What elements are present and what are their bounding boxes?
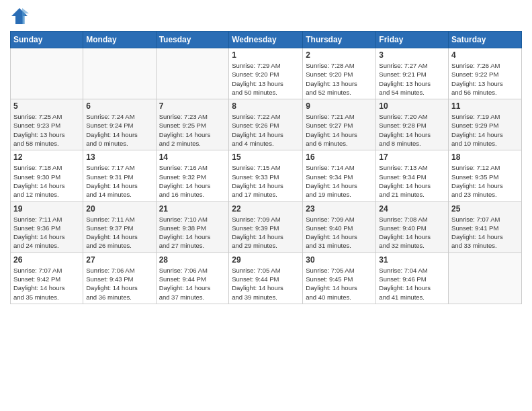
- day-info: Sunrise: 7:06 AMSunset: 9:44 PMDaylight:…: [159, 266, 226, 302]
- day-number: 22: [232, 204, 300, 214]
- calendar-cell: 26Sunrise: 7:07 AMSunset: 9:42 PMDayligh…: [11, 253, 83, 304]
- calendar-cell: 31Sunrise: 7:04 AMSunset: 9:46 PMDayligh…: [376, 253, 449, 304]
- day-number: 30: [306, 255, 373, 265]
- day-info: Sunrise: 7:11 AMSunset: 9:37 PMDaylight:…: [86, 215, 152, 250]
- day-info: Sunrise: 7:21 AMSunset: 9:27 PMDaylight:…: [306, 112, 373, 148]
- day-number: 23: [306, 204, 373, 214]
- day-number: 6: [86, 101, 152, 111]
- calendar-cell: 16Sunrise: 7:14 AMSunset: 9:34 PMDayligh…: [303, 150, 376, 201]
- day-number: 5: [13, 101, 80, 111]
- day-header-friday: Friday: [376, 32, 449, 48]
- calendar-week-row: 26Sunrise: 7:07 AMSunset: 9:42 PMDayligh…: [11, 253, 522, 304]
- day-info: Sunrise: 7:16 AMSunset: 9:32 PMDaylight:…: [159, 163, 226, 199]
- day-number: 16: [306, 152, 373, 162]
- day-number: 1: [232, 50, 300, 60]
- day-info: Sunrise: 7:22 AMSunset: 9:26 PMDaylight:…: [232, 112, 300, 148]
- day-number: 7: [159, 101, 226, 111]
- calendar-cell: 25Sunrise: 7:07 AMSunset: 9:41 PMDayligh…: [449, 201, 522, 253]
- calendar-cell: [449, 253, 522, 304]
- day-info: Sunrise: 7:29 AMSunset: 9:20 PMDaylight:…: [232, 61, 300, 97]
- day-info: Sunrise: 7:05 AMSunset: 9:44 PMDaylight:…: [232, 266, 300, 302]
- day-info: Sunrise: 7:07 AMSunset: 9:41 PMDaylight:…: [451, 215, 519, 250]
- day-info: Sunrise: 7:18 AMSunset: 9:30 PMDaylight:…: [13, 163, 80, 199]
- calendar-cell: [83, 48, 156, 99]
- calendar-cell: 11Sunrise: 7:19 AMSunset: 9:29 PMDayligh…: [449, 99, 522, 150]
- calendar-week-row: 1Sunrise: 7:29 AMSunset: 9:20 PMDaylight…: [11, 48, 522, 99]
- day-number: 26: [13, 255, 80, 265]
- day-number: 3: [379, 50, 445, 60]
- calendar-cell: 1Sunrise: 7:29 AMSunset: 9:20 PMDaylight…: [229, 48, 303, 99]
- day-info: Sunrise: 7:25 AMSunset: 9:23 PMDaylight:…: [13, 112, 80, 148]
- day-number: 2: [306, 50, 373, 60]
- calendar-cell: 2Sunrise: 7:28 AMSunset: 9:20 PMDaylight…: [303, 48, 376, 99]
- day-info: Sunrise: 7:20 AMSunset: 9:28 PMDaylight:…: [379, 112, 445, 148]
- calendar-cell: 22Sunrise: 7:09 AMSunset: 9:39 PMDayligh…: [229, 201, 303, 253]
- calendar-cell: 14Sunrise: 7:16 AMSunset: 9:32 PMDayligh…: [156, 150, 229, 201]
- calendar-cell: 19Sunrise: 7:11 AMSunset: 9:36 PMDayligh…: [11, 201, 83, 253]
- day-number: 24: [379, 204, 445, 214]
- day-number: 20: [86, 204, 152, 214]
- calendar-cell: 5Sunrise: 7:25 AMSunset: 9:23 PMDaylight…: [11, 99, 83, 150]
- day-info: Sunrise: 7:27 AMSunset: 9:21 PMDaylight:…: [379, 61, 445, 97]
- calendar-cell: [156, 48, 229, 99]
- logo: [10, 7, 32, 26]
- day-info: Sunrise: 7:04 AMSunset: 9:46 PMDaylight:…: [379, 266, 445, 302]
- day-header-wednesday: Wednesday: [229, 32, 303, 48]
- day-info: Sunrise: 7:28 AMSunset: 9:20 PMDaylight:…: [306, 61, 373, 97]
- day-info: Sunrise: 7:17 AMSunset: 9:31 PMDaylight:…: [86, 163, 152, 199]
- calendar-cell: 21Sunrise: 7:10 AMSunset: 9:38 PMDayligh…: [156, 201, 229, 253]
- calendar-cell: 6Sunrise: 7:24 AMSunset: 9:24 PMDaylight…: [83, 99, 156, 150]
- day-number: 9: [306, 101, 373, 111]
- calendar-cell: 9Sunrise: 7:21 AMSunset: 9:27 PMDaylight…: [303, 99, 376, 150]
- calendar-cell: [11, 48, 83, 99]
- day-number: 29: [232, 255, 300, 265]
- day-info: Sunrise: 7:15 AMSunset: 9:33 PMDaylight:…: [232, 163, 300, 199]
- day-header-saturday: Saturday: [449, 32, 522, 48]
- header: [10, 7, 522, 26]
- day-info: Sunrise: 7:09 AMSunset: 9:39 PMDaylight:…: [232, 215, 300, 250]
- day-header-thursday: Thursday: [303, 32, 376, 48]
- day-number: 28: [159, 255, 226, 265]
- day-info: Sunrise: 7:10 AMSunset: 9:38 PMDaylight:…: [159, 215, 226, 250]
- day-number: 10: [379, 101, 445, 111]
- calendar-table: SundayMondayTuesdayWednesdayThursdayFrid…: [10, 31, 522, 304]
- day-info: Sunrise: 7:14 AMSunset: 9:34 PMDaylight:…: [306, 163, 373, 199]
- calendar-header-row: SundayMondayTuesdayWednesdayThursdayFrid…: [11, 32, 522, 48]
- calendar-cell: 23Sunrise: 7:09 AMSunset: 9:40 PMDayligh…: [303, 201, 376, 253]
- day-info: Sunrise: 7:07 AMSunset: 9:42 PMDaylight:…: [13, 266, 80, 302]
- page: SundayMondayTuesdayWednesdayThursdayFrid…: [0, 0, 532, 411]
- calendar-week-row: 12Sunrise: 7:18 AMSunset: 9:30 PMDayligh…: [11, 150, 522, 201]
- day-number: 27: [86, 255, 152, 265]
- day-number: 11: [451, 101, 519, 111]
- day-number: 8: [232, 101, 300, 111]
- day-info: Sunrise: 7:11 AMSunset: 9:36 PMDaylight:…: [13, 215, 80, 250]
- day-info: Sunrise: 7:06 AMSunset: 9:43 PMDaylight:…: [86, 266, 152, 302]
- calendar-week-row: 19Sunrise: 7:11 AMSunset: 9:36 PMDayligh…: [11, 201, 522, 253]
- day-number: 31: [379, 255, 445, 265]
- day-header-tuesday: Tuesday: [156, 32, 229, 48]
- calendar-cell: 4Sunrise: 7:26 AMSunset: 9:22 PMDaylight…: [449, 48, 522, 99]
- day-number: 18: [451, 152, 519, 162]
- calendar-cell: 29Sunrise: 7:05 AMSunset: 9:44 PMDayligh…: [229, 253, 303, 304]
- calendar-cell: 3Sunrise: 7:27 AMSunset: 9:21 PMDaylight…: [376, 48, 449, 99]
- day-header-monday: Monday: [83, 32, 156, 48]
- calendar-cell: 7Sunrise: 7:23 AMSunset: 9:25 PMDaylight…: [156, 99, 229, 150]
- day-info: Sunrise: 7:19 AMSunset: 9:29 PMDaylight:…: [451, 112, 519, 148]
- day-number: 25: [451, 204, 519, 214]
- calendar-cell: 24Sunrise: 7:08 AMSunset: 9:40 PMDayligh…: [376, 201, 449, 253]
- day-info: Sunrise: 7:23 AMSunset: 9:25 PMDaylight:…: [159, 112, 226, 148]
- day-number: 19: [13, 204, 80, 214]
- day-number: 17: [379, 152, 445, 162]
- day-number: 15: [232, 152, 300, 162]
- calendar-cell: 30Sunrise: 7:05 AMSunset: 9:45 PMDayligh…: [303, 253, 376, 304]
- day-info: Sunrise: 7:26 AMSunset: 9:22 PMDaylight:…: [451, 61, 519, 97]
- calendar-cell: 15Sunrise: 7:15 AMSunset: 9:33 PMDayligh…: [229, 150, 303, 201]
- calendar-cell: 18Sunrise: 7:12 AMSunset: 9:35 PMDayligh…: [449, 150, 522, 201]
- day-info: Sunrise: 7:24 AMSunset: 9:24 PMDaylight:…: [86, 112, 152, 148]
- day-number: 12: [13, 152, 80, 162]
- day-header-sunday: Sunday: [11, 32, 83, 48]
- day-number: 21: [159, 204, 226, 214]
- calendar-cell: 8Sunrise: 7:22 AMSunset: 9:26 PMDaylight…: [229, 99, 303, 150]
- calendar-cell: 10Sunrise: 7:20 AMSunset: 9:28 PMDayligh…: [376, 99, 449, 150]
- calendar-week-row: 5Sunrise: 7:25 AMSunset: 9:23 PMDaylight…: [11, 99, 522, 150]
